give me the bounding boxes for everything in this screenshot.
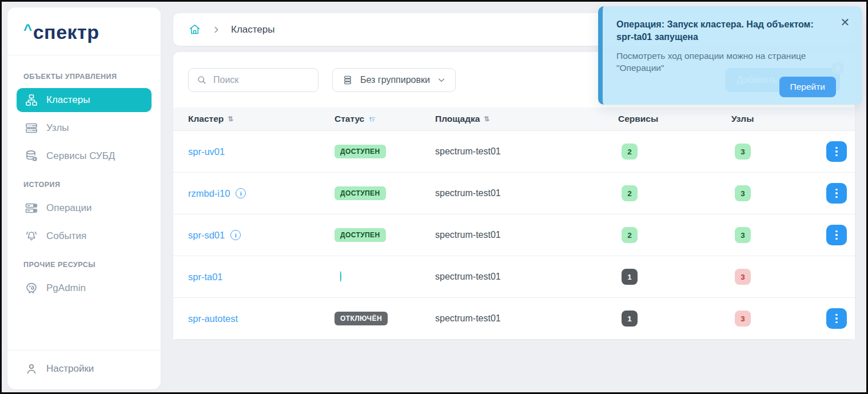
- cluster-link[interactable]: rzmbd-i10: [188, 188, 230, 199]
- user-icon: [25, 362, 38, 376]
- info-icon[interactable]: i: [230, 230, 241, 240]
- db-services-icon: [25, 149, 38, 163]
- operation-toast: Операция: Запуск кластера. Над объектом:…: [598, 6, 862, 105]
- ellipsis-icon: [835, 147, 838, 149]
- row-actions-button[interactable]: [826, 308, 847, 329]
- column-header-nodes: Узлы: [731, 114, 826, 124]
- sidebar-item-label: Операции: [46, 202, 92, 214]
- sidebar-item-clusters[interactable]: Кластеры: [17, 88, 152, 112]
- table-row: spr-autotest ОТКЛЮЧЁН spectrum-test01 1 …: [173, 297, 855, 339]
- sidebar-item-db-services[interactable]: Сервисы СУБД: [17, 144, 152, 168]
- sidebar-item-nodes[interactable]: Узлы: [17, 116, 152, 140]
- nodes-count: 3: [735, 311, 751, 327]
- services-count: 2: [622, 185, 638, 201]
- table-row: spr-uv01 ДОСТУПЕН spectrum-test01 2 3: [173, 130, 855, 172]
- info-icon[interactable]: i: [236, 188, 246, 198]
- sidebar-item-events[interactable]: События: [17, 224, 152, 248]
- services-count: 2: [622, 144, 638, 160]
- status-badge: ДОСТУПЕН: [335, 228, 386, 242]
- site-cell: spectrum-test01: [435, 230, 501, 240]
- column-label: Площадка: [435, 114, 480, 124]
- sidebar-item-label: События: [46, 230, 86, 242]
- services-count: 2: [622, 227, 638, 243]
- site-cell: spectrum-test01: [435, 272, 501, 281]
- cluster-link[interactable]: spr-uv01: [188, 146, 225, 157]
- sidebar-item-label: Настройки: [46, 363, 94, 375]
- ellipsis-icon: [835, 230, 838, 233]
- sort-icon[interactable]: ⇅: [484, 115, 489, 123]
- search-icon: [196, 74, 208, 86]
- search-box[interactable]: [188, 68, 318, 92]
- sidebar-footer: Настройки: [7, 350, 161, 389]
- nodes-count: 3: [735, 269, 751, 285]
- row-actions-button[interactable]: [826, 225, 847, 245]
- sidebar-item-operations[interactable]: Операции: [17, 196, 152, 220]
- table-row: spr-ta01 spectrum-test01 1 3: [173, 256, 855, 297]
- ellipsis-icon: [835, 189, 838, 191]
- clusters-icon: [25, 93, 38, 107]
- grouping-select[interactable]: Без группировки: [332, 68, 456, 92]
- column-header-site[interactable]: Площадка ⇅: [435, 114, 618, 124]
- logo-block: ^спектр: [7, 7, 161, 55]
- grouping-value: Без группировки: [360, 75, 430, 85]
- status-badge: ОТКЛЮЧЁН: [335, 312, 388, 325]
- row-actions-button[interactable]: [826, 141, 847, 162]
- nodes-count: 3: [735, 185, 751, 201]
- sidebar-item-label: Узлы: [46, 122, 69, 134]
- table-header: Кластер ⇅ Статус Площадка ⇅ Сервисы Узлы: [173, 108, 855, 130]
- sort-active-icon[interactable]: [368, 115, 376, 123]
- sidebar-item-settings[interactable]: Настройки: [25, 362, 144, 376]
- column-label: Кластер: [188, 114, 224, 124]
- sidebar-item-label: PgAdmin: [46, 282, 86, 294]
- status-badge: ДОСТУПЕН: [335, 186, 386, 200]
- nodes-count: 3: [735, 144, 751, 160]
- toast-close-button[interactable]: ✕: [839, 16, 851, 29]
- status-badge: ДОСТУПЕН: [335, 145, 386, 158]
- operations-icon: [25, 201, 38, 215]
- toast-message: Посмотреть ход операции можно на страниц…: [616, 50, 811, 74]
- cluster-link[interactable]: spr-ta01: [188, 272, 223, 282]
- table-row: rzmbd-i10 i ДОСТУПЕН spectrum-test01 2 3: [173, 172, 855, 214]
- sidebar-item-pgadmin[interactable]: PgAdmin: [17, 276, 152, 300]
- breadcrumb-current-page: Кластеры: [231, 24, 275, 35]
- chevron-down-icon: [437, 75, 446, 85]
- site-cell: spectrum-test01: [435, 188, 501, 198]
- search-input[interactable]: [213, 75, 310, 85]
- app-window: { "app": { "logo_caret": "^", "logo_text…: [0, 0, 868, 394]
- site-cell: spectrum-test01: [435, 146, 501, 156]
- nodes-count: 3: [735, 227, 751, 243]
- cluster-link[interactable]: spr-sd01: [188, 230, 225, 241]
- column-header-status[interactable]: Статус: [335, 114, 435, 124]
- row-actions-button[interactable]: [826, 183, 847, 204]
- ellipsis-icon: [835, 314, 838, 316]
- logo-text: спектр: [33, 21, 99, 43]
- section-label-history: ИСТОРИЯ: [23, 181, 145, 189]
- site-cell: spectrum-test01: [435, 313, 501, 323]
- grouping-icon: [342, 74, 353, 86]
- events-icon: [25, 229, 38, 243]
- section-label-management: ОБЪЕКТЫ УПРАВЛЕНИЯ: [23, 73, 145, 81]
- toast-go-button[interactable]: Перейти: [779, 77, 836, 97]
- sidebar-nav: ОБЪЕКТЫ УПРАВЛЕНИЯ Кластеры Узлы: [7, 55, 161, 350]
- sidebar-item-label: Сервисы СУБД: [46, 150, 115, 162]
- chevron-right-icon: [212, 25, 221, 34]
- breadcrumb-home[interactable]: [188, 23, 201, 36]
- pgadmin-icon: [25, 281, 38, 295]
- column-label: Статус: [335, 114, 364, 124]
- sidebar-item-label: Кластеры: [46, 94, 90, 106]
- column-header-cluster[interactable]: Кластер ⇅: [188, 114, 335, 124]
- sidebar: ^спектр ОБЪЕКТЫ УПРАВЛЕНИЯ Кластеры Узлы: [7, 7, 161, 389]
- toast-title: Операция: Запуск кластера. Над объектом:…: [616, 18, 828, 44]
- column-header-services: Сервисы: [618, 114, 731, 124]
- section-label-other: ПРОЧИЕ РЕСУРСЫ: [23, 261, 145, 269]
- app-logo: ^спектр: [23, 21, 145, 43]
- table-row: spr-sd01 i ДОСТУПЕН spectrum-test01 2 3: [173, 214, 855, 256]
- cluster-link[interactable]: spr-autotest: [188, 313, 238, 324]
- breadcrumb-separator: [212, 25, 221, 34]
- services-count: 1: [622, 311, 638, 327]
- logo-caret-mark: ^: [23, 21, 33, 38]
- services-count: 1: [622, 269, 638, 285]
- nodes-icon: [25, 121, 38, 135]
- sort-icon[interactable]: ⇅: [228, 115, 233, 123]
- status-loading-spinner: [339, 270, 341, 282]
